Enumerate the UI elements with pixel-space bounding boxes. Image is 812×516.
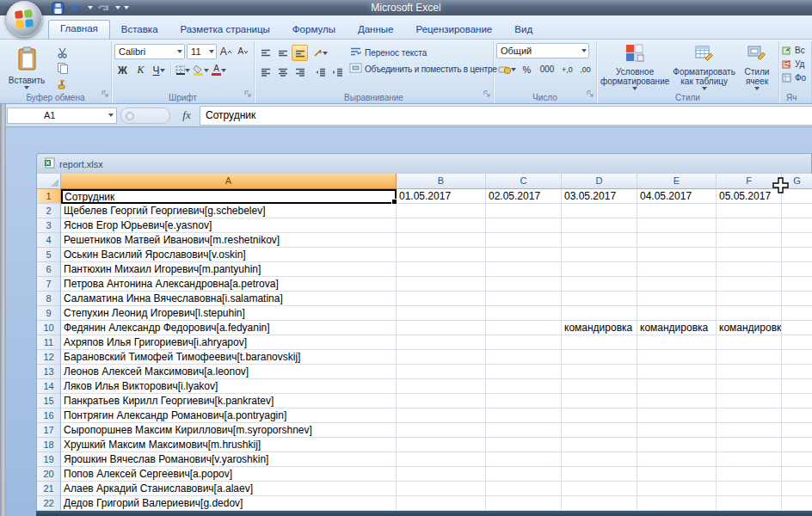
tab-insert[interactable]: Вставка	[110, 21, 169, 39]
cell-D9[interactable]	[562, 306, 637, 321]
cell-E15[interactable]	[637, 394, 717, 408]
cell-F18[interactable]	[717, 438, 782, 452]
increase-indent-button[interactable]	[329, 64, 346, 80]
cell-E18[interactable]	[637, 438, 717, 452]
cell-B11[interactable]	[397, 335, 486, 350]
cell-F10[interactable]: командировка	[717, 321, 782, 335]
col-header-c[interactable]: C	[486, 174, 562, 189]
cell-C13[interactable]	[486, 365, 562, 379]
select-all-button[interactable]	[37, 174, 61, 189]
col-header-e[interactable]: E	[637, 174, 717, 189]
row-header-12[interactable]: 12	[37, 350, 61, 365]
tab-page-layout[interactable]: Разметка страницы	[169, 21, 281, 39]
align-center-button[interactable]	[274, 64, 291, 80]
cell-C9[interactable]	[486, 306, 562, 321]
cell-A2[interactable]: Щебелев Георгий Георгиевич[g.schebelev]	[61, 204, 397, 218]
cell-B3[interactable]	[397, 218, 486, 233]
cell-F13[interactable]	[717, 365, 782, 379]
cell-D3[interactable]	[562, 218, 637, 233]
name-box[interactable]: A1	[7, 108, 117, 124]
cell-A7[interactable]: Петрова Антонина Александровна[a.petrova…	[61, 277, 397, 292]
font-size-select[interactable]: 11	[187, 44, 217, 59]
cell-E8[interactable]	[637, 292, 717, 306]
format-painter-button[interactable]	[54, 77, 71, 91]
cell-D1[interactable]: 03.05.2017	[562, 189, 637, 204]
cell-F20[interactable]	[717, 467, 782, 482]
cell-G15[interactable]	[782, 394, 812, 408]
cell-A15[interactable]: Панкратьев Кирилл Георгиевич[k.pankratev…	[61, 394, 397, 408]
cell-G4[interactable]	[782, 233, 812, 248]
cell-A11[interactable]: Ахряпов Илья Григориевич[i.ahryapov]	[61, 335, 397, 350]
cell-A22[interactable]: Дедов Григорий Валериевич[g.dedov]	[61, 496, 397, 511]
cell-D4[interactable]	[562, 233, 637, 248]
font-dialog-launcher-icon[interactable]	[244, 86, 252, 101]
cell-E4[interactable]	[637, 233, 717, 248]
cell-D14[interactable]	[562, 379, 637, 394]
cell-B22[interactable]	[397, 496, 486, 511]
cell-D8[interactable]	[562, 292, 637, 306]
cell-C6[interactable]	[486, 262, 562, 277]
cell-D2[interactable]	[562, 204, 637, 218]
cell-E10[interactable]: командировка	[637, 321, 717, 335]
align-middle-button[interactable]	[274, 45, 291, 61]
cell-A14[interactable]: Ляков Илья Викторович[i.lyakov]	[61, 379, 397, 394]
row-header-6[interactable]: 6	[37, 262, 61, 277]
cell-G7[interactable]	[782, 277, 812, 292]
cell-F15[interactable]	[717, 394, 782, 408]
cell-E16[interactable]	[637, 408, 717, 423]
row-header-7[interactable]: 7	[37, 277, 61, 292]
formula-bar-splitter[interactable]	[120, 108, 170, 124]
cell-B2[interactable]	[397, 204, 486, 218]
accounting-format-button[interactable]	[496, 61, 517, 77]
cell-B15[interactable]	[397, 394, 486, 408]
cell-A16[interactable]: Понтрягин Александр Романович[a.pontryag…	[61, 408, 397, 423]
merge-center-button[interactable]: Объединить и поместить в центре	[349, 63, 505, 75]
cell-C11[interactable]	[486, 335, 562, 350]
row-header-9[interactable]: 9	[37, 306, 61, 321]
cell-A17[interactable]: Сыропоршнев Максим Кириллович[m.syropors…	[61, 423, 397, 438]
grow-font-button[interactable]: А	[218, 43, 234, 59]
cell-D19[interactable]	[562, 452, 637, 467]
cell-B21[interactable]	[397, 482, 486, 496]
cell-E17[interactable]	[637, 423, 717, 438]
row-header-17[interactable]: 17	[37, 423, 61, 438]
cell-F14[interactable]	[717, 379, 782, 394]
col-header-b[interactable]: B	[397, 174, 486, 189]
cell-C15[interactable]	[486, 394, 562, 408]
row-header-19[interactable]: 19	[37, 452, 61, 467]
align-left-button[interactable]	[257, 64, 274, 80]
cell-E3[interactable]	[637, 218, 717, 233]
cell-D21[interactable]	[562, 482, 637, 496]
cell-E6[interactable]	[637, 262, 717, 277]
cell-C10[interactable]	[486, 321, 562, 335]
cell-G17[interactable]	[782, 423, 812, 438]
tab-view[interactable]: Вид	[503, 21, 544, 39]
cell-A19[interactable]: Ярошкин Вячеслав Романович[v.yaroshkin]	[61, 452, 397, 467]
cell-A9[interactable]: Степухин Леонид Игоревич[l.stepuhin]	[61, 306, 397, 321]
cell-F22[interactable]	[717, 496, 782, 511]
cell-D22[interactable]	[562, 496, 637, 511]
cell-C18[interactable]	[486, 438, 562, 452]
conditional-formatting-button[interactable]: Условное форматирование	[600, 43, 670, 91]
cell-G10[interactable]	[782, 321, 812, 335]
cell-G6[interactable]	[782, 262, 812, 277]
cut-button[interactable]	[54, 46, 71, 59]
cell-A18[interactable]: Хрушкий Максим Максимович[m.hrushkij]	[61, 438, 397, 452]
cell-E11[interactable]	[637, 335, 717, 350]
italic-button[interactable]: К	[132, 62, 149, 78]
cell-D13[interactable]	[562, 365, 637, 379]
cell-D6[interactable]	[562, 262, 637, 277]
number-dialog-launcher-icon[interactable]	[587, 86, 594, 101]
align-right-button[interactable]	[292, 64, 308, 80]
cell-B8[interactable]	[397, 292, 486, 306]
underline-button[interactable]: Ч	[151, 62, 167, 78]
cell-F9[interactable]	[717, 306, 782, 321]
cell-D17[interactable]	[562, 423, 637, 438]
cell-A12[interactable]: Барановский Тимофей Тимофеевич[t.baranov…	[61, 350, 397, 365]
cell-C16[interactable]	[486, 408, 562, 423]
cell-D18[interactable]	[562, 438, 637, 452]
office-button[interactable]	[6, 1, 42, 37]
cell-G16[interactable]	[782, 408, 812, 423]
cell-B16[interactable]	[397, 408, 486, 423]
cell-G2[interactable]	[782, 204, 812, 218]
